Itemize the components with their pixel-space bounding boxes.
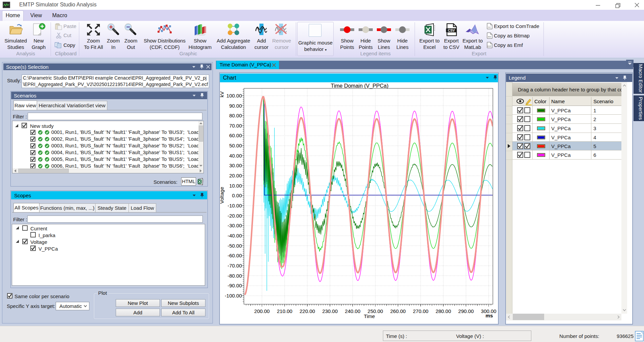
svg-text:Time: Time [364,313,375,319]
svg-text:-50.00: -50.00 [227,243,242,249]
svg-text:50.00: 50.00 [229,143,242,148]
svg-text:0.00: 0.00 [232,193,242,198]
svg-text:200.00: 200.00 [254,308,270,314]
svg-text:100.00: 100.00 [226,93,242,98]
svg-text:70.00: 70.00 [229,123,242,129]
svg-text:20.00: 20.00 [229,173,242,178]
svg-text:260.00: 260.00 [390,308,406,314]
svg-text:BM: BM [488,36,491,38]
svg-text:90.00: 90.00 [229,103,242,109]
svg-text:-100.00: -100.00 [225,293,242,298]
svg-text:-60.00: -60.00 [227,253,242,258]
svg-text:Voltage: Voltage [220,187,225,204]
svg-text:CSV: CSV [448,29,455,32]
svg-text:40.00: 40.00 [229,153,242,159]
svg-text:80.00: 80.00 [229,113,242,118]
svg-text:DC: DC [488,26,491,28]
svg-text:-80.00: -80.00 [227,273,242,279]
svg-text:10.00: 10.00 [229,183,242,189]
svg-text:220.00: 220.00 [300,308,315,314]
svg-text:210.00: 210.00 [277,308,292,314]
svg-text:ms: ms [485,313,493,318]
svg-text:-90.00: -90.00 [227,283,242,288]
svg-text:kV: kV [220,91,225,97]
svg-text:EMF: EMF [487,45,492,47]
svg-text:Time Domain (V_PPCa): Time Domain (V_PPCa) [331,83,388,89]
svg-text:-30.00: -30.00 [227,223,242,228]
svg-text:280.00: 280.00 [436,308,451,314]
svg-text:270.00: 270.00 [413,308,428,314]
svg-text:-40.00: -40.00 [227,233,242,238]
svg-text:-10.00: -10.00 [227,203,242,208]
svg-text:240.00: 240.00 [345,308,360,314]
svg-text:60.00: 60.00 [229,133,242,138]
svg-text:290.00: 290.00 [458,308,474,314]
svg-text:-20.00: -20.00 [227,213,242,219]
svg-text:30.00: 30.00 [229,163,242,168]
svg-text:230.00: 230.00 [322,308,338,314]
svg-text:-70.00: -70.00 [227,263,242,268]
